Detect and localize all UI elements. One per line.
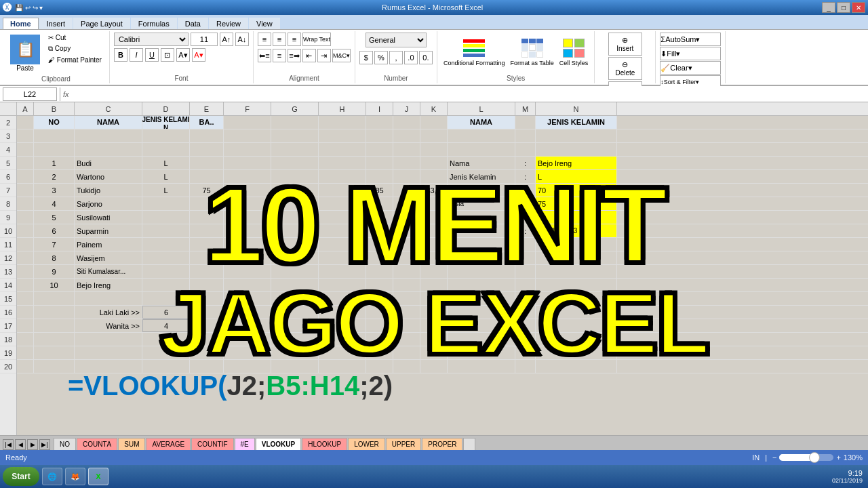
cell-g14[interactable] [271,279,319,291]
cell-j9[interactable] [393,211,420,224]
cell-l20[interactable] [448,360,515,373]
cell-m2[interactable] [515,116,536,129]
cell-f14[interactable] [224,279,271,291]
cell-k17[interactable] [420,319,448,332]
fill-button[interactable]: ⬇ Fill▾ [660,47,721,60]
cell-d7[interactable]: L [142,184,190,197]
cell-h20[interactable] [319,360,366,373]
cell-a12[interactable] [17,251,34,264]
cell-styles-button[interactable]: Cell Styles [557,37,591,69]
cell-c20[interactable] [75,360,142,373]
cell-b15[interactable] [34,292,75,305]
cell-k5[interactable] [420,157,448,169]
cell-f3[interactable] [224,129,271,142]
font-name-select[interactable]: Calibri [114,33,189,46]
zoom-slider[interactable] [779,454,833,461]
cell-k2[interactable] [420,116,448,129]
font-size-decrease[interactable]: A↓ [235,33,249,46]
cell-b14[interactable]: 10 [34,279,75,291]
sheet-tab-countif[interactable]: COUNTIF [191,438,233,450]
autosum-button[interactable]: Σ AutoSum▾ [660,33,721,46]
cell-e4[interactable] [190,143,224,156]
cell-e5[interactable] [190,157,224,169]
cell-n9[interactable]: 90 [536,211,617,224]
cell-f2[interactable] [224,116,271,129]
taskbar-excel-button[interactable]: X [88,468,108,485]
cell-h2[interactable] [319,116,366,129]
col-header-e[interactable]: E [190,102,224,115]
cell-g6[interactable] [271,170,319,183]
cell-f11[interactable] [224,238,271,251]
cell-j4[interactable] [393,143,420,156]
cell-k9[interactable] [420,211,448,224]
cell-k20[interactable] [420,360,448,373]
cell-j15[interactable] [393,292,420,305]
cell-c7[interactable]: Tukidjo [75,184,142,197]
cell-c19[interactable] [75,346,142,359]
align-top-right[interactable]: ≡ [288,33,301,46]
start-button[interactable]: Start [3,467,39,486]
insert-button[interactable]: ⊕ Insert [608,33,642,56]
cell-i3[interactable] [366,129,393,142]
cell-n12[interactable] [536,251,617,264]
conditional-formatting-button[interactable]: Conditional Formatting [441,37,507,69]
cell-k19[interactable] [420,346,448,359]
sheet-tab-extra[interactable] [463,438,475,450]
cell-h4[interactable] [319,143,366,156]
cell-e18[interactable] [190,333,224,346]
cell-l14[interactable] [448,279,515,291]
cell-l12[interactable] [448,251,515,264]
cell-j12[interactable] [393,251,420,264]
cell-b8[interactable]: 4 [34,197,75,210]
cell-c13[interactable]: Siti Kumalasar... [75,265,142,278]
cell-j10[interactable] [393,224,420,237]
cell-i13[interactable] [366,265,393,278]
cell-h10[interactable] [319,224,366,237]
cell-k13[interactable] [420,265,448,278]
cell-g3[interactable] [271,129,319,142]
cell-j14[interactable] [393,279,420,291]
cell-g5[interactable] [271,157,319,169]
col-header-n[interactable]: N [536,102,617,115]
cell-e3[interactable] [190,129,224,142]
cell-e16[interactable] [190,306,224,319]
cell-b2[interactable]: NO [34,116,75,129]
cell-e12[interactable] [190,251,224,264]
cell-d6[interactable]: L [142,170,190,183]
cell-e19[interactable] [190,346,224,359]
cell-b19[interactable] [34,346,75,359]
cell-f8[interactable] [224,197,271,210]
cell-l16[interactable] [448,306,515,319]
cell-c17[interactable]: Wanita >> [75,319,142,332]
cell-g9[interactable] [271,211,319,224]
cell-i14[interactable] [366,279,393,291]
cell-c4[interactable] [75,143,142,156]
sheet-prev-button[interactable]: ◀ [15,439,26,450]
cell-l19[interactable] [448,346,515,359]
cell-c11[interactable]: Painem [75,238,142,251]
cell-l17[interactable] [448,319,515,332]
cell-h12[interactable] [319,251,366,264]
accounting-format[interactable]: $ [359,51,373,64]
cell-k7[interactable]: 83,33 [420,184,448,197]
cell-h3[interactable] [319,129,366,142]
cell-l13[interactable] [448,265,515,278]
cell-a11[interactable] [17,238,34,251]
cell-g11[interactable] [271,238,319,251]
cell-j18[interactable] [393,333,420,346]
align-top-left[interactable]: ≡ [258,33,271,46]
cell-b9[interactable]: 5 [34,211,75,224]
cell-n18[interactable] [536,333,617,346]
cell-c6[interactable]: Wartono [75,170,142,183]
cell-b10[interactable]: 6 [34,224,75,237]
cell-k3[interactable] [420,129,448,142]
tab-page-layout[interactable]: Page Layout [73,18,130,29]
cell-k4[interactable] [420,143,448,156]
cell-f20[interactable] [224,360,271,373]
cell-l9[interactable] [448,211,515,224]
cell-d10[interactable] [142,224,190,237]
cell-n17[interactable] [536,319,617,332]
col-header-k[interactable]: K [420,102,448,115]
sheet-tab-no[interactable]: NO [54,438,76,450]
sheet-tab-proper[interactable]: PROPER [422,438,462,450]
